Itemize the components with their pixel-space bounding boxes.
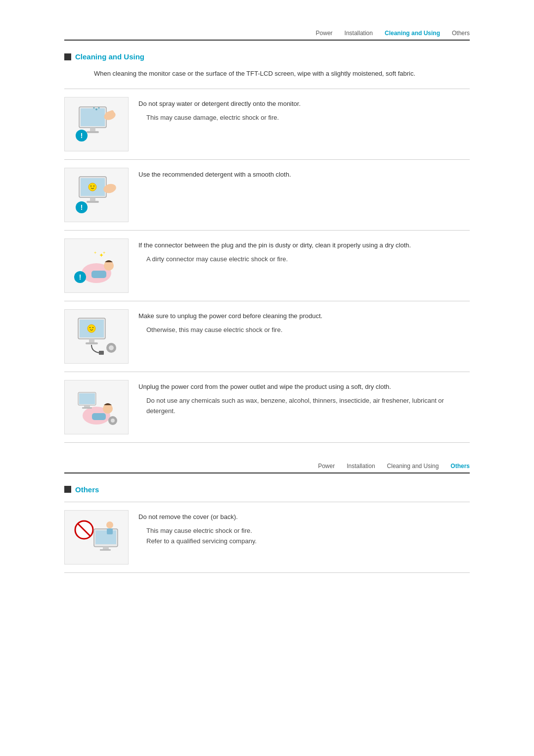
svg-point-33 (92, 327, 93, 328)
svg-rect-36 (99, 351, 104, 355)
svg-point-9 (98, 107, 100, 108)
svg-point-47 (111, 419, 115, 423)
cleaning-image-1: ! (64, 97, 129, 151)
others-main-1: Do not remove the cover (or back). (138, 512, 470, 522)
svg-text:!: ! (81, 132, 83, 140)
others-text-1: Do not remove the cover (or back). This … (138, 510, 470, 547)
cleaning-item-1: ! Do not spray water or detergent direct… (64, 89, 470, 159)
cleaning-main-3: If the connector between the plug and th… (138, 240, 470, 251)
cleaning-image-4 (64, 309, 129, 364)
cleaning-main-2: Use the recommended detergent with a smo… (138, 170, 470, 180)
svg-text:!: ! (81, 203, 83, 211)
svg-rect-45 (82, 407, 92, 409)
nav-cleaning-top[interactable]: Cleaning and Using (385, 30, 440, 37)
cleaning-intro: When cleaning the monitor case or the su… (94, 69, 470, 79)
svg-point-8 (95, 108, 97, 110)
cleaning-item-2: ! Use the recommended detergent with a s… (64, 159, 470, 230)
cleaning-section-title: Cleaning and Using (75, 52, 144, 61)
cleaning-main-1: Do not spray water or detergent directly… (138, 99, 470, 109)
nav-others-top[interactable]: Others (452, 30, 470, 37)
cleaning-text-1: Do not spray water or detergent directly… (138, 97, 470, 124)
svg-point-32 (89, 327, 90, 328)
svg-rect-3 (87, 131, 99, 133)
nav-bar-top: Power Installation Cleaning and Using Ot… (64, 30, 470, 41)
svg-point-54 (106, 521, 113, 528)
nav-installation-top[interactable]: Installation (345, 30, 373, 37)
nav-installation-bottom[interactable]: Installation (347, 463, 375, 470)
nav-others-bottom[interactable]: Others (450, 463, 470, 470)
svg-point-14 (90, 186, 91, 187)
others-item-1: Do not remove the cover (or back). This … (64, 502, 470, 573)
cleaning-sub-4: Otherwise, this may cause electric shock… (146, 325, 470, 335)
others-section: Others Do not remove the cover (or back)… (64, 485, 470, 573)
svg-rect-2 (90, 128, 95, 132)
cleaning-text-3: If the connector between the plug and th… (138, 238, 470, 265)
svg-rect-35 (86, 342, 98, 344)
svg-rect-23 (91, 271, 106, 278)
cleaning-sub-3: A dirty connector may cause electric sho… (146, 254, 470, 265)
cleaning-image-5 (64, 380, 129, 434)
svg-point-31 (88, 325, 95, 332)
svg-rect-51 (95, 530, 116, 544)
svg-rect-16 (90, 197, 95, 201)
cleaning-image-3: ! ✦ + + (64, 238, 129, 293)
others-sub-1: This may cause electric shock or fire. R… (146, 526, 470, 547)
svg-text:!: ! (79, 273, 82, 281)
cleaning-main-5: Unplug the power cord from the power out… (138, 382, 470, 392)
svg-rect-1 (81, 108, 105, 126)
svg-point-10 (93, 107, 95, 108)
cleaning-section-header: Cleaning and Using (64, 52, 470, 61)
others-section-title: Others (75, 485, 99, 494)
cleaning-sub-1: This may cause damage, electric shock or… (146, 113, 470, 123)
svg-text:+: + (103, 250, 105, 255)
nav-power-bottom[interactable]: Power (318, 463, 335, 470)
svg-rect-43 (79, 393, 95, 404)
cleaning-text-5: Unplug the power cord from the power out… (138, 380, 470, 417)
svg-rect-53 (100, 549, 111, 551)
cleaning-text-2: Use the recommended detergent with a smo… (138, 168, 470, 184)
cleaning-text-4: Make sure to unplug the power cord befor… (138, 309, 470, 336)
nav-power-top[interactable]: Power (316, 30, 333, 37)
svg-point-13 (89, 183, 96, 191)
others-section-header: Others (64, 485, 470, 494)
nav-cleaning-bottom[interactable]: Cleaning and Using (387, 463, 439, 470)
cleaning-item-5: Unplug the power cord from the power out… (64, 372, 470, 443)
svg-rect-34 (89, 339, 94, 343)
svg-rect-41 (92, 413, 106, 420)
svg-rect-17 (87, 201, 99, 203)
cleaning-image-2: ! (64, 168, 129, 222)
cleaning-main-4: Make sure to unplug the power cord befor… (138, 311, 470, 322)
svg-text:+: + (94, 250, 96, 255)
cleaning-sub-5: Do not use any chemicals such as wax, be… (146, 396, 470, 417)
nav-bar-bottom: Power Installation Cleaning and Using Ot… (64, 463, 470, 473)
others-image-1 (64, 510, 129, 565)
cleaning-item-4: Make sure to unplug the power cord befor… (64, 301, 470, 372)
section-square-icon (64, 53, 71, 60)
svg-point-15 (93, 186, 94, 187)
others-square-icon (64, 486, 71, 493)
cleaning-item-3: ! ✦ + + If the connector between the plu… (64, 230, 470, 301)
svg-point-38 (109, 345, 114, 350)
svg-rect-55 (107, 528, 113, 534)
